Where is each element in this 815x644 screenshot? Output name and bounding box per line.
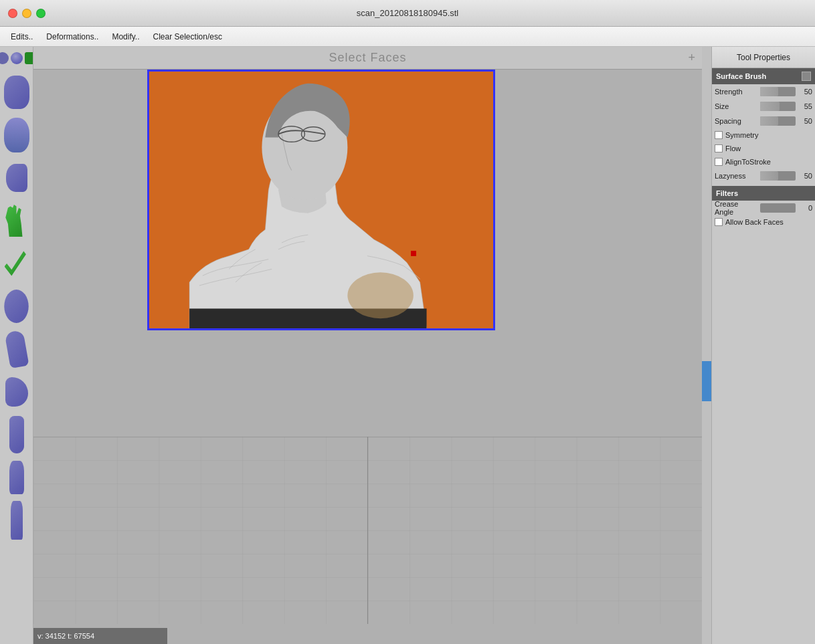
crease-angle-value: 0 <box>798 204 812 212</box>
strength-value: 50 <box>798 88 812 96</box>
sidebar-item-leg[interactable] <box>2 329 31 369</box>
crease-angle-row: Crease Angle 0 <box>712 201 815 215</box>
svg-point-8 <box>347 272 413 318</box>
sidebar-item-hand-open[interactable] <box>2 201 31 241</box>
red-dot <box>411 251 416 256</box>
sidebar-item-figure-tall[interactable] <box>2 500 31 540</box>
spacing-label: Spacing <box>715 117 758 125</box>
face-front-shape <box>4 118 29 152</box>
spacing-slider[interactable] <box>760 116 796 126</box>
flow-checkbox[interactable] <box>715 144 723 152</box>
foot-shape <box>5 377 28 407</box>
grid-floor <box>33 437 702 624</box>
select-faces-label: Select Faces <box>329 51 406 65</box>
size-row: Size 55 <box>712 99 815 114</box>
hand-open-shape <box>5 205 29 237</box>
strength-slider[interactable] <box>760 87 796 96</box>
symmetry-row: Symmetry <box>712 128 815 142</box>
menu-deformations[interactable]: Deformations.. <box>41 30 104 43</box>
scroll-thumb[interactable] <box>702 361 711 401</box>
filters-header: Filters <box>712 186 815 201</box>
menu-clear-selection[interactable]: Clear Selection/esc <box>148 30 228 43</box>
symmetry-label: Symmetry <box>725 131 759 139</box>
panel-title: Tool Properties <box>737 53 790 62</box>
lazyness-value: 50 <box>798 172 812 180</box>
model-area[interactable] <box>147 70 495 330</box>
align-label: AlignToStroke <box>725 158 771 166</box>
surface-brush-header: Surface Brush <box>712 68 815 84</box>
spacing-fill <box>760 116 778 126</box>
window-controls[interactable] <box>8 9 46 18</box>
minimize-button[interactable] <box>22 9 31 18</box>
panel-header: Tool Properties <box>712 47 815 68</box>
spine-shape <box>9 416 24 453</box>
symmetry-checkbox[interactable] <box>715 131 723 139</box>
window-title: scan_20120818180945.stl <box>357 8 459 18</box>
size-slider[interactable] <box>760 102 796 111</box>
menu-modify[interactable]: Modify.. <box>106 30 145 43</box>
sidebar-item-figure-small[interactable] <box>2 457 31 498</box>
crease-angle-slider[interactable] <box>760 203 796 213</box>
maximize-button[interactable] <box>36 9 46 18</box>
add-button[interactable]: + <box>688 51 695 65</box>
align-checkbox[interactable] <box>715 158 723 166</box>
align-row: AlignToStroke <box>712 155 815 169</box>
head-icon[interactable] <box>0 52 9 64</box>
allow-back-faces-checkbox[interactable] <box>715 218 723 226</box>
spacing-row: Spacing 50 <box>712 114 815 128</box>
lazyness-label: Lazyness <box>715 172 758 180</box>
menu-bar: Edits.. Deformations.. Modify.. Clear Se… <box>0 27 815 47</box>
sidebar-item-spine[interactable] <box>2 415 31 455</box>
flow-row: Flow <box>712 142 815 155</box>
sidebar-item-face-side[interactable] <box>2 72 31 112</box>
left-sidebar <box>0 47 33 644</box>
torso-shape <box>4 290 29 323</box>
brush-icon[interactable] <box>802 72 811 81</box>
sidebar-item-face-front[interactable] <box>2 115 31 155</box>
hand-check-shape <box>5 248 29 279</box>
sidebar-top-icons <box>0 49 33 67</box>
right-panel: Tool Properties Surface Brush Strength 5… <box>711 47 815 644</box>
title-bar: scan_20120818180945.stl <box>0 0 815 27</box>
lazyness-fill <box>760 171 778 181</box>
orange-background <box>149 72 493 328</box>
sphere-icon[interactable] <box>11 52 23 64</box>
right-scrollbar[interactable] <box>702 47 711 644</box>
sidebar-item-foot[interactable] <box>2 372 31 412</box>
strength-row: Strength 50 <box>712 84 815 99</box>
figure-small-shape <box>9 461 24 494</box>
lazyness-row: Lazyness 50 <box>712 169 815 183</box>
bust-svg <box>149 72 493 328</box>
strength-fill <box>760 87 778 96</box>
flow-label: Flow <box>725 144 741 152</box>
leg-shape <box>4 330 29 368</box>
spacing-value: 50 <box>798 117 812 125</box>
allow-back-faces-row: Allow Back Faces <box>712 215 815 229</box>
size-label: Size <box>715 102 758 110</box>
green-square-icon[interactable] <box>25 52 34 64</box>
crease-angle-label: Crease Angle <box>715 200 758 216</box>
status-bar: v: 34152 t: 67554 <box>33 628 167 644</box>
viewport[interactable]: Select Faces + <box>33 47 702 644</box>
face-side-shape <box>4 76 29 109</box>
close-button[interactable] <box>8 9 17 18</box>
filters-label: Filters <box>716 189 738 197</box>
filters-section: Filters Crease Angle 0 Allow Back Faces <box>712 186 815 229</box>
sidebar-item-torso[interactable] <box>2 286 31 326</box>
menu-edits[interactable]: Edits.. <box>5 30 38 43</box>
size-value: 55 <box>798 102 812 110</box>
sidebar-item-hand-check[interactable] <box>2 243 31 284</box>
sidebar-item-ear[interactable] <box>2 158 31 198</box>
grid-svg <box>33 437 702 624</box>
size-fill <box>760 102 780 111</box>
status-text: v: 34152 t: 67554 <box>37 632 94 640</box>
allow-back-faces-label: Allow Back Faces <box>725 218 784 226</box>
main-layout: Select Faces + <box>0 47 815 644</box>
strength-label: Strength <box>715 88 758 96</box>
lazyness-slider[interactable] <box>760 171 796 181</box>
ear-shape <box>6 164 27 192</box>
surface-brush-label: Surface Brush <box>716 72 766 80</box>
figure-tall-shape <box>11 501 23 540</box>
select-faces-bar: Select Faces + <box>33 47 702 70</box>
